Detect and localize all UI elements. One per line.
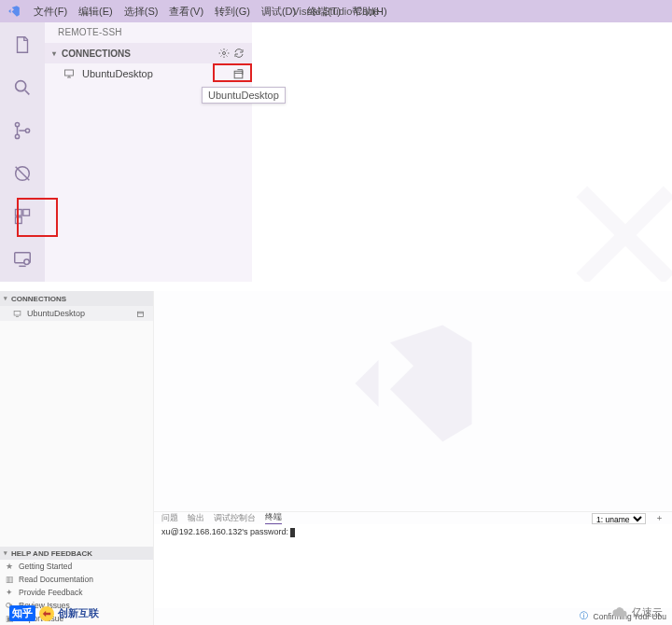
logo-icon	[39, 606, 54, 621]
monitor-icon	[63, 68, 77, 79]
twitter-icon: ✦	[6, 588, 15, 597]
highlight-box	[213, 63, 252, 82]
connection-label: UbuntuDesktop	[82, 68, 228, 79]
new-window-icon[interactable]	[136, 310, 149, 318]
help-section-header[interactable]: ▾ HELP AND FEEDBACK	[0, 547, 153, 560]
status-bar: ⓘ Confirming Your Ubu	[154, 608, 672, 625]
info-icon: ⓘ	[580, 611, 588, 622]
editor-area	[252, 22, 672, 282]
search-icon[interactable]	[9, 75, 35, 101]
watermark-right: 亿速云	[611, 605, 663, 619]
activity-bar	[0, 22, 45, 282]
svg-point-2	[15, 134, 19, 138]
remote-explorer-icon[interactable]	[9, 246, 35, 272]
svg-rect-11	[65, 70, 74, 76]
help-getting-started[interactable]: ★Getting Started	[0, 560, 153, 573]
tooltip: UbuntuDesktop	[202, 87, 286, 104]
tab-debug-console[interactable]: 调试控制台	[214, 513, 256, 524]
menu-help[interactable]: 帮助(H)	[346, 0, 392, 22]
connections-section-header-2[interactable]: ▾ CONNECTIONS	[0, 291, 153, 306]
chevron-down-icon: ▾	[4, 549, 11, 557]
connection-row-ubuntudesktop-2[interactable]: UbuntuDesktop	[0, 306, 153, 321]
svg-point-9	[24, 259, 30, 265]
svg-point-1	[15, 122, 19, 126]
svg-point-10	[223, 52, 226, 55]
menubar: 文件(F) 编辑(E) 选择(S) 查看(V) 转到(G) 调试(D) 终端(T…	[0, 0, 672, 22]
watermark-x-icon	[560, 170, 672, 282]
sidebar-title: REMOTE-SSH	[45, 22, 252, 43]
cursor-icon	[290, 528, 295, 537]
sidebar-panel-2: ▾ CONNECTIONS UbuntuDesktop ▾ HELP AND F…	[0, 291, 154, 625]
terminal-line: xu@192.168.160.132's password:	[161, 527, 288, 536]
section-label: CONNECTIONS	[11, 295, 66, 303]
section-label: CONNECTIONS	[62, 49, 131, 59]
vscode-watermark-icon	[343, 313, 483, 453]
book-icon: ▥	[6, 575, 15, 584]
help-provide-feedback[interactable]: ✦Provide Feedback	[0, 586, 153, 599]
sidebar-panel: REMOTE-SSH ▾ CONNECTIONS UbuntuDesktop	[45, 22, 252, 282]
section-label: HELP AND FEEDBACK	[11, 549, 92, 558]
chevron-down-icon: ▾	[4, 295, 11, 302]
menu-debug[interactable]: 调试(D)	[256, 0, 301, 22]
explorer-icon[interactable]	[9, 32, 35, 58]
connection-label: UbuntuDesktop	[27, 309, 136, 318]
gear-icon[interactable]	[217, 46, 231, 61]
help-read-documentation[interactable]: ▥Read Documentation	[0, 573, 153, 586]
menu-view[interactable]: 查看(V)	[163, 0, 209, 22]
svg-rect-13	[14, 311, 21, 315]
connections-section-header[interactable]: ▾ CONNECTIONS	[45, 43, 252, 63]
tab-terminal[interactable]: 终端	[265, 512, 282, 524]
terminal-body[interactable]: xu@192.168.160.132's password:	[154, 524, 672, 608]
main-area-2: 问题 输出 调试控制台 终端 1: uname ＋ xu@192.168.160…	[154, 291, 672, 625]
svg-point-3	[25, 129, 29, 132]
watermark-left: 知乎 创新互联	[9, 605, 99, 621]
tab-output[interactable]: 输出	[188, 513, 204, 524]
menu-terminal[interactable]: 终端(T)	[301, 0, 346, 22]
svg-point-0	[16, 81, 26, 91]
terminal-selector[interactable]: 1: uname	[592, 513, 646, 524]
monitor-icon	[13, 310, 24, 318]
cloud-icon	[611, 606, 628, 619]
vscode-logo-icon	[6, 3, 22, 20]
menu-file[interactable]: 文件(F)	[28, 0, 73, 22]
chevron-down-icon: ▾	[52, 49, 62, 58]
menu-edit[interactable]: 编辑(E)	[73, 0, 119, 22]
source-control-icon[interactable]	[9, 118, 35, 144]
menu-select[interactable]: 选择(S)	[119, 0, 164, 22]
refresh-icon[interactable]	[231, 46, 246, 61]
menu-goto[interactable]: 转到(G)	[209, 0, 256, 22]
editor-area-2	[154, 291, 672, 511]
tab-problems[interactable]: 问题	[161, 513, 178, 524]
panel-tabs: 问题 输出 调试控制台 终端 1: uname ＋	[154, 511, 672, 524]
star-icon: ★	[6, 562, 15, 571]
debug-icon[interactable]	[9, 160, 35, 187]
highlight-box	[17, 198, 58, 237]
new-terminal-icon[interactable]: ＋	[655, 513, 665, 524]
svg-rect-14	[138, 312, 144, 316]
